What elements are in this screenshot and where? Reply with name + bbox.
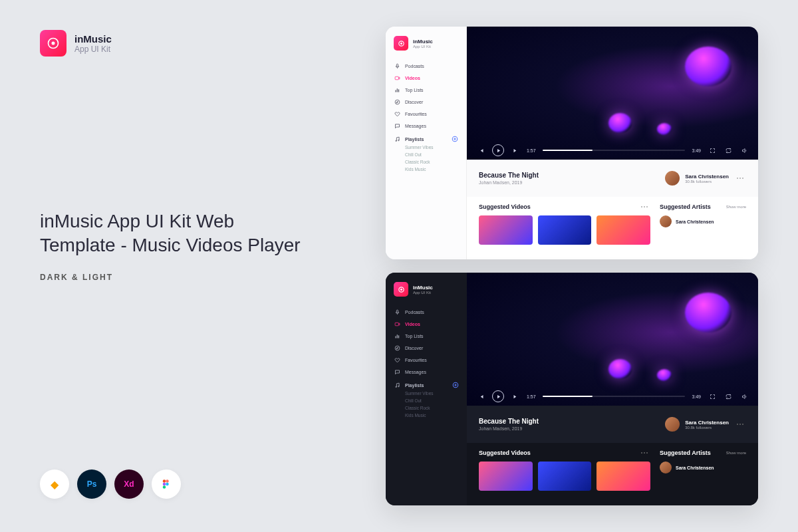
sidebar-item-videos[interactable]: Videos [394,72,458,84]
sidebar-item-favourites[interactable]: Favourites [394,108,458,120]
playlist-item[interactable]: Classic Rock [405,404,459,412]
playlist-item[interactable]: Kids Music [405,166,458,173]
more-button[interactable] [734,178,746,179]
svg-point-1 [52,42,54,44]
video-player[interactable]: 1:57 3:49 [467,27,758,160]
fullscreen-button[interactable] [708,146,717,155]
playlist-item[interactable]: Summer Vibes [405,390,459,397]
more-button[interactable] [638,452,650,454]
sidebar-brand: inMusic App UI Kit [394,282,459,297]
sidebar-item-favourites[interactable]: Favourites [394,354,459,366]
sidebar-logo-icon [394,36,408,51]
playlist-item[interactable]: Summer Vibes [405,144,458,151]
video-player[interactable]: 1:57 3:49 [467,273,758,406]
bars-icon [394,86,400,93]
compass-icon [394,98,400,105]
play-button[interactable] [492,144,504,156]
suggested-videos-label: Suggested Videos [479,450,531,456]
sidebar-item-podcasts[interactable]: Podcasts [394,60,458,72]
playlist-item[interactable]: Chill Out [405,397,459,404]
add-playlist-button[interactable] [452,136,458,142]
next-button[interactable] [511,392,520,401]
svg-point-27 [398,386,399,387]
sidebar-item-videos[interactable]: Videos [394,318,459,330]
app-preview-light: inMusic App UI Kit Podcasts Videos Top L… [386,27,758,259]
prev-button[interactable] [476,392,485,401]
svg-point-3 [166,479,169,483]
tool-badges: ◆ Ps Xd [40,469,181,499]
video-art [657,123,672,135]
track-subtitle: Johan Madsen, 2019 [479,180,539,185]
progress-bar[interactable] [543,150,686,151]
svg-point-15 [395,140,396,142]
loop-button[interactable] [724,146,733,155]
more-button[interactable] [734,424,746,425]
svg-rect-12 [396,88,397,92]
artist-name: Sara Christensen [685,174,729,180]
loop-button[interactable] [724,392,733,401]
track-info-row: Because The Night Johan Madsen, 2019 Sar… [467,406,758,443]
progress-bar[interactable] [543,396,686,397]
sidebar-item-label: Discover [405,346,423,350]
sidebar-item-podcasts[interactable]: Podcasts [394,306,459,318]
sidebar: inMusic App UI Kit Podcasts Videos Top L… [386,27,467,259]
heart-icon [394,356,400,363]
player-controls: 1:57 3:49 [467,141,758,160]
suggested-video-thumb[interactable] [597,462,650,491]
sidebar-item-messages[interactable]: Messages [394,120,458,132]
video-icon [394,74,400,81]
track-title: Because The Night [479,172,539,179]
suggested-video-thumb[interactable] [479,462,533,491]
heart-icon [394,110,400,117]
brand-name: inMusic [74,33,112,45]
track-subtitle: Johan Madsen, 2019 [479,426,539,431]
svg-rect-13 [398,89,399,92]
volume-button[interactable] [739,146,749,155]
mic-icon [394,309,400,315]
suggested-video-thumb[interactable] [538,215,592,245]
video-art [608,113,632,133]
suggested-artist-item[interactable]: Sara Christensen [660,462,746,473]
suggested-videos-label: Suggested Videos [479,203,531,210]
sidebar-brand-name: inMusic [413,39,433,45]
current-time: 1:57 [527,394,536,399]
svg-point-19 [400,289,402,290]
suggested-video-thumb[interactable] [597,215,650,245]
more-button[interactable] [638,206,650,207]
playlist-item[interactable]: Chill Out [405,151,458,158]
fullscreen-button[interactable] [708,392,717,401]
volume-button[interactable] [739,392,749,401]
next-button[interactable] [511,146,520,155]
playlist-item[interactable]: Classic Rock [405,158,458,166]
svg-point-26 [395,386,396,388]
play-button[interactable] [492,390,504,402]
artist-block[interactable]: Sara Christensen 30.8k followers [665,171,746,186]
sidebar-item-discover[interactable]: Discover [394,342,459,354]
prev-button[interactable] [476,146,485,155]
sidebar-item-messages[interactable]: Messages [394,366,459,378]
playlist-item[interactable]: Kids Music [405,412,459,419]
track-title: Because The Night [479,418,539,425]
sidebar-item-label: Podcasts [405,310,424,315]
suggested-video-thumb[interactable] [479,215,533,245]
add-playlist-button[interactable] [452,382,459,388]
sidebar-brand-subtitle: App UI Kit [413,45,433,49]
suggested-artist-item[interactable]: Sara Christensen [660,215,746,227]
artist-block[interactable]: Sara Christensen 30.8k followers [665,417,746,432]
svg-point-14 [395,100,400,104]
suggested-artists-label: Suggested Artists [660,203,711,210]
sidebar-item-label: Videos [405,76,420,80]
svg-point-2 [163,479,166,483]
svg-point-5 [166,483,169,486]
show-more-button[interactable]: Show more [726,451,746,455]
svg-point-25 [395,346,400,350]
sidebar-item-toplists[interactable]: Top Lists [394,84,458,96]
sidebar-item-discover[interactable]: Discover [394,96,458,108]
suggested-video-thumb[interactable] [538,462,592,491]
show-more-button[interactable]: Show more [726,205,746,209]
promo-heading: inMusic App UI Kit Web Template - Music … [40,209,306,258]
playlists-header: Playlists [394,378,459,390]
sidebar-item-toplists[interactable]: Top Lists [394,330,459,342]
sidebar-item-label: Messages [405,370,426,374]
sketch-icon: ◆ [40,469,69,499]
